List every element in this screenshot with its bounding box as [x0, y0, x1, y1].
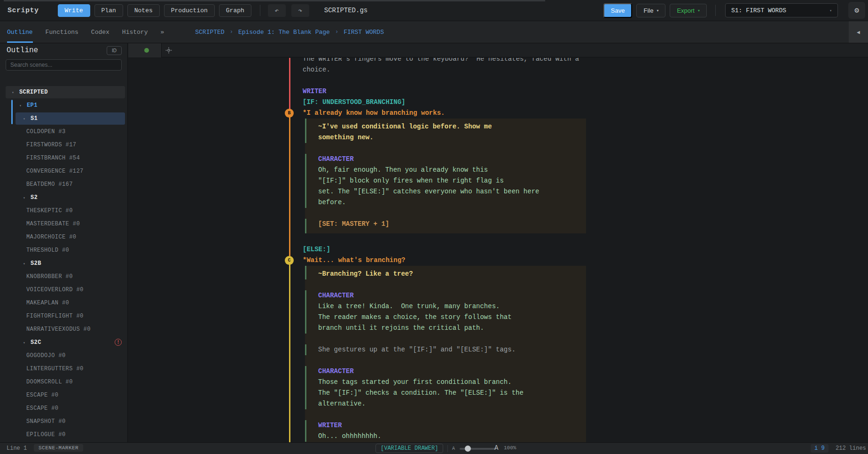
- tree-item-gogodojo-0[interactable]: GOGODOJO #0: [0, 349, 127, 362]
- tree-item-escape-0[interactable]: ESCAPE #0: [0, 402, 127, 415]
- tree-item-convergence-127[interactable]: CONVERGENCE #127: [0, 165, 127, 178]
- nav-tab-plan[interactable]: Plan: [94, 4, 123, 17]
- info-count-badge[interactable]: i 9: [811, 444, 829, 453]
- script-line-character[interactable]: CHARACTER: [305, 366, 586, 377]
- tree-item-s2c[interactable]: ▾S2C!: [0, 336, 127, 349]
- script-blank-line[interactable]: [303, 75, 868, 86]
- script-blank-line[interactable]: [305, 208, 586, 219]
- alert-icon[interactable]: !: [115, 339, 122, 346]
- chevron-down-icon[interactable]: ▾: [19, 104, 27, 108]
- tree-item-fightorflight-0[interactable]: FIGHTORFLIGHT #0: [0, 310, 127, 323]
- tree-item-ep1[interactable]: ▾EP1: [0, 99, 127, 112]
- script-canvas[interactable]: The WRITER's fingers move to the keyboar…: [128, 58, 868, 442]
- panel-tab-[interactable]: »: [160, 21, 164, 43]
- chevron-down-icon[interactable]: ▾: [23, 117, 31, 121]
- script-line-subchoice[interactable]: ~Branching? Like a tree?: [305, 266, 586, 279]
- script-line-dialogue[interactable]: The "[IF:]" checks a condition. The "[EL…: [305, 388, 586, 398]
- tree-item-firstwords-17[interactable]: FIRSTWORDS #17: [0, 138, 127, 151]
- scene-selector-dropdown[interactable]: S1: FIRST WORDS ▾: [725, 3, 838, 17]
- collapse-panel-button[interactable]: ◀: [849, 21, 868, 43]
- script-line-action[interactable]: The WRITER's fingers move to the keyboar…: [303, 58, 868, 64]
- script-line-dialogue[interactable]: Like a tree! Kinda. One trunk, many bran…: [305, 301, 586, 312]
- script-line-dialogue[interactable]: set. The "[ELSE:]" catches everyone who …: [305, 186, 586, 197]
- chevron-down-icon[interactable]: ▾: [23, 262, 31, 266]
- script-line-dialogue[interactable]: Those tags started your first conditiona…: [305, 377, 586, 388]
- tree-item-beatdemo-167[interactable]: BEATDEMO #167: [0, 178, 127, 191]
- tree-item-threshold-0[interactable]: THRESHOLD #0: [0, 244, 127, 257]
- panel-tab-outline[interactable]: Outline: [7, 21, 33, 43]
- chevron-down-icon[interactable]: ▾: [23, 341, 31, 345]
- id-toggle-button[interactable]: ID: [107, 46, 122, 55]
- tree-item-theskeptic-0[interactable]: THESKEPTIC #0: [0, 204, 127, 217]
- script-line-dialogue[interactable]: "[IF:]" block only fires when the right …: [305, 175, 586, 186]
- tree-item-s2b[interactable]: ▾S2B: [0, 257, 127, 270]
- tree-item-knobrobber-0[interactable]: KNOBROBBER #0: [0, 270, 127, 283]
- script-line-dialogue[interactable]: Oh... ohhhhhhhh.: [305, 431, 586, 442]
- tree-item-epilogue-0[interactable]: EPILOGUE #0: [0, 428, 127, 437]
- script-line-dialogue[interactable]: Oh, fair enough. Then you already know t…: [305, 165, 586, 175]
- script-blank-line[interactable]: [305, 355, 586, 366]
- breadcrumb-item-scripted[interactable]: SCRIPTED: [195, 29, 224, 36]
- panel-tab-functions[interactable]: Functions: [46, 21, 78, 43]
- tree-item-doomscroll-0[interactable]: DOOMSCROLL #0: [0, 375, 127, 389]
- script-line-dialogue[interactable]: alternative.: [305, 398, 586, 409]
- nav-tab-graph[interactable]: Graph: [219, 4, 251, 17]
- save-button[interactable]: Save: [603, 3, 633, 18]
- script-blank-line[interactable]: [305, 409, 586, 420]
- script-line-tag[interactable]: [ELSE:]: [303, 244, 868, 255]
- tree-item-coldopen-3[interactable]: COLDOPEN #3: [0, 125, 127, 138]
- branch-marker-b[interactable]: B: [285, 109, 294, 118]
- tree-item-s1[interactable]: ▾S1: [0, 112, 127, 125]
- script-line-subchoice[interactable]: something new.: [305, 132, 586, 143]
- nav-tab-production[interactable]: Production: [164, 4, 215, 17]
- file-menu-button[interactable]: File ▾: [636, 4, 665, 17]
- tree-item-escape-0[interactable]: ESCAPE #0: [0, 389, 127, 402]
- font-size-slider-handle[interactable]: [465, 446, 471, 452]
- breadcrumb-item-episode-1-the-blank-page[interactable]: Episode 1: The Blank Page: [238, 29, 330, 36]
- tree-item-lintergutters-0[interactable]: LINTERGUTTERS #0: [0, 362, 127, 375]
- script-line-dialogue[interactable]: branch until it rejoins the critical pat…: [305, 323, 586, 334]
- breadcrumb-item-first-words[interactable]: FIRST WORDS: [344, 29, 384, 36]
- script-blank-line[interactable]: [303, 233, 868, 244]
- tree-item-majorchoice-0[interactable]: MAJORCHOICE #0: [0, 231, 127, 244]
- script-blank-line[interactable]: [305, 279, 586, 290]
- chevron-down-icon[interactable]: ▾: [12, 90, 19, 95]
- nav-tab-write[interactable]: Write: [58, 4, 90, 17]
- script-line-dialogue[interactable]: The reader makes a choice, the story fol…: [305, 312, 586, 323]
- script-blank-line[interactable]: [305, 143, 586, 154]
- tree-item-snapshot-0[interactable]: SNAPSHOT #0: [0, 415, 127, 428]
- script-blank-line[interactable]: [305, 334, 586, 344]
- tree-item-label: MAJORCHOICE #0: [26, 234, 76, 240]
- crosshair-icon[interactable]: [165, 47, 172, 54]
- script-line-tag[interactable]: [IF: UNDERSTOOD_BRANCHING]: [303, 97, 868, 108]
- search-input[interactable]: [6, 59, 122, 71]
- script-line-action[interactable]: choice.: [303, 64, 868, 75]
- chevron-down-icon[interactable]: ▾: [23, 196, 31, 200]
- tree-item-firstbranch-54[interactable]: FIRSTBRANCH #54: [0, 151, 127, 165]
- tree-item-makeaplan-0[interactable]: MAKEAPLAN #0: [0, 296, 127, 310]
- export-menu-button[interactable]: Export ▾: [670, 4, 707, 17]
- script-line-choice[interactable]: *Wait... what's branching?C: [303, 255, 868, 266]
- redo-button[interactable]: ↷: [291, 4, 309, 17]
- tree-item-narrativeexodus-0[interactable]: NARRATIVEEXODUS #0: [0, 323, 127, 336]
- undo-button[interactable]: ↶: [268, 4, 286, 17]
- script-line-choice[interactable]: *I already know how branching works.B: [303, 108, 868, 119]
- script-line-set[interactable]: [SET: MASTERY + 1]: [305, 219, 586, 233]
- script-line-action[interactable]: She gestures up at the "[IF:]" and "[ELS…: [305, 344, 586, 355]
- nav-tab-notes[interactable]: Notes: [127, 4, 160, 17]
- variable-drawer-button[interactable]: [VARIABLE DRAWER]: [375, 444, 443, 453]
- script-line-character[interactable]: CHARACTER: [305, 290, 586, 301]
- panel-tab-codex[interactable]: Codex: [91, 21, 109, 43]
- branch-marker-c[interactable]: C: [285, 256, 294, 265]
- script-line-character[interactable]: WRITER: [305, 420, 586, 431]
- settings-button[interactable]: ⚙: [848, 2, 865, 19]
- tree-item-scripted[interactable]: ▾SCRIPTED: [0, 86, 127, 99]
- script-line-subchoice[interactable]: ~I've used conditional logic before. Sho…: [305, 119, 586, 132]
- script-line-character[interactable]: CHARACTER: [305, 154, 586, 165]
- panel-tab-history[interactable]: History: [122, 21, 148, 43]
- script-line-character[interactable]: WRITER: [303, 86, 868, 97]
- tree-item-s2[interactable]: ▾S2: [0, 191, 127, 204]
- tree-item-masterdebate-0[interactable]: MASTERDEBATE #0: [0, 217, 127, 231]
- script-line-dialogue[interactable]: before.: [305, 197, 586, 208]
- tree-item-voiceoverlord-0[interactable]: VOICEOVERLORD #0: [0, 283, 127, 296]
